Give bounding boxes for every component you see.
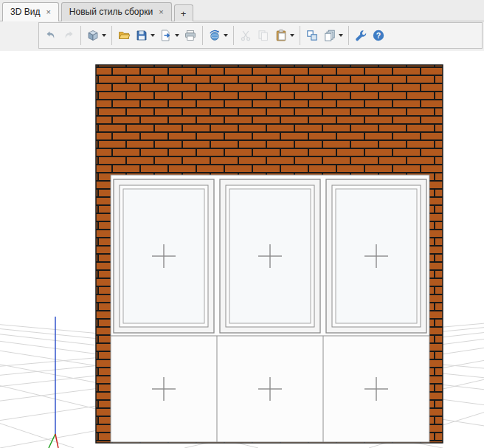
axis-y xyxy=(49,434,55,448)
tab-bar: 3D Вид × Новый стиль сборки × + xyxy=(0,0,484,21)
copies-button[interactable] xyxy=(321,25,345,46)
axis-triad xyxy=(49,317,58,448)
export-icon xyxy=(159,29,173,42)
help-icon: ? xyxy=(372,29,385,42)
wrench-icon xyxy=(354,29,367,42)
dropdown-arrow-icon xyxy=(290,34,294,37)
assembly-squares-icon xyxy=(305,29,319,42)
main-toolbar: ? xyxy=(38,22,483,49)
rotate-view-button[interactable] xyxy=(206,25,230,46)
open-folder-icon xyxy=(117,29,131,42)
dropdown-arrow-icon xyxy=(224,34,228,37)
scissors-icon xyxy=(239,29,252,42)
redo-button[interactable] xyxy=(60,25,77,46)
copy-button[interactable] xyxy=(255,25,272,46)
paste-button[interactable] xyxy=(272,25,297,46)
tab-new-assembly-style[interactable]: Новый стиль сборки × xyxy=(61,2,172,21)
toolbar-separator xyxy=(348,26,349,45)
tab-3d-view[interactable]: 3D Вид × xyxy=(2,2,59,21)
copy-icon xyxy=(257,29,270,42)
view-3d-button[interactable] xyxy=(84,25,108,46)
save-floppy-icon xyxy=(135,29,148,42)
dropdown-arrow-icon xyxy=(151,34,155,37)
clipboard-paste-icon xyxy=(274,29,288,42)
cut-button[interactable] xyxy=(237,25,255,46)
print-button[interactable] xyxy=(182,25,199,46)
settings-button[interactable] xyxy=(352,25,370,46)
viewport-3d xyxy=(0,51,484,448)
toolbar-separator xyxy=(111,26,112,45)
toolbar-separator xyxy=(80,26,81,45)
open-button[interactable] xyxy=(115,25,133,46)
dropdown-arrow-icon xyxy=(175,34,179,37)
app-window: 3D Вид × Новый стиль сборки × + xyxy=(0,0,484,448)
stacked-pages-icon xyxy=(323,29,336,42)
redo-icon xyxy=(62,29,75,42)
help-glyph: ? xyxy=(376,31,381,40)
tab-close-icon[interactable]: × xyxy=(46,8,50,16)
viewport-canvas[interactable] xyxy=(0,51,484,448)
undo-icon xyxy=(44,29,58,42)
assembly-button[interactable] xyxy=(303,25,321,46)
export-button[interactable] xyxy=(157,25,182,46)
rotate-sphere-icon xyxy=(208,29,221,42)
cube-3d-icon xyxy=(86,29,100,42)
save-button[interactable] xyxy=(133,25,157,46)
tab-label: 3D Вид xyxy=(10,7,40,17)
tab-close-icon[interactable]: × xyxy=(159,8,163,16)
help-button[interactable]: ? xyxy=(370,25,387,46)
axis-x xyxy=(55,434,58,448)
new-tab-button[interactable]: + xyxy=(174,4,193,21)
undo-button[interactable] xyxy=(42,25,60,46)
toolbar-separator xyxy=(300,26,300,45)
printer-icon xyxy=(184,29,197,42)
toolbar-separator xyxy=(233,26,234,45)
tab-label: Новый стиль сборки xyxy=(69,7,153,17)
dropdown-arrow-icon xyxy=(102,34,106,37)
dropdown-arrow-icon xyxy=(339,34,343,37)
toolbar-separator xyxy=(202,26,203,45)
toolbar-row: ? xyxy=(0,21,484,51)
